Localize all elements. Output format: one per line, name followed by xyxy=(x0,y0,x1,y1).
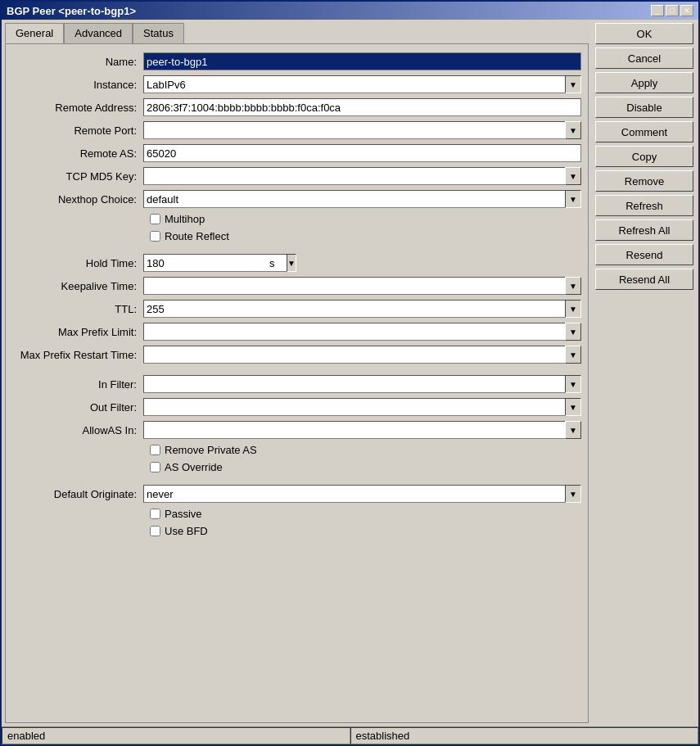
ok-button[interactable]: OK xyxy=(595,23,693,44)
tcp-md5-field: ▼ xyxy=(143,167,581,185)
remove-private-as-label: Remove Private AS xyxy=(165,444,257,456)
allowas-in-field: ▼ xyxy=(143,421,581,439)
content-area: General Advanced Status Name: Insta xyxy=(2,20,698,726)
as-override-checkbox[interactable] xyxy=(150,462,160,472)
tcp-md5-dropdown-btn[interactable]: ▼ xyxy=(565,167,581,185)
remove-button[interactable]: Remove xyxy=(595,170,693,192)
remove-private-as-checkbox[interactable] xyxy=(150,445,160,455)
resend-all-button[interactable]: Resend All xyxy=(595,269,693,290)
out-filter-dropdown-btn[interactable]: ▼ xyxy=(565,398,581,416)
hold-time-dropdown-btn[interactable]: ▼ xyxy=(287,254,296,272)
tcp-md5-input[interactable] xyxy=(143,167,565,185)
close-button[interactable]: ✕ xyxy=(680,5,693,16)
default-originate-field: ▼ xyxy=(143,485,581,503)
as-override-row: AS Override xyxy=(12,461,581,473)
allowas-in-input[interactable] xyxy=(143,421,565,439)
keepalive-input[interactable] xyxy=(143,277,565,295)
ttl-input[interactable] xyxy=(143,300,565,318)
instance-input[interactable] xyxy=(143,75,565,93)
tcp-md5-label: TCP MD5 Key: xyxy=(12,170,143,183)
instance-dropdown-btn[interactable]: ▼ xyxy=(565,75,581,93)
default-originate-input[interactable] xyxy=(143,485,565,503)
tab-status[interactable]: Status xyxy=(133,23,184,43)
remote-port-input[interactable] xyxy=(143,121,565,139)
out-filter-input[interactable] xyxy=(143,398,565,416)
max-prefix-restart-label: Max Prefix Restart Time: xyxy=(12,349,143,361)
nexthop-input[interactable] xyxy=(143,190,565,208)
remote-address-label: Remote Address: xyxy=(12,102,143,114)
resend-button[interactable]: Resend xyxy=(595,244,693,265)
remote-port-row: Remote Port: ▼ xyxy=(12,121,581,139)
remote-as-row: Remote AS: xyxy=(12,144,581,162)
comment-button[interactable]: Comment xyxy=(595,121,693,142)
instance-dropdown-icon: ▼ xyxy=(569,80,577,89)
minimize-button[interactable]: _ xyxy=(651,5,664,16)
hold-time-dropdown-icon: ▼ xyxy=(287,259,296,268)
nexthop-dropdown-icon: ▼ xyxy=(569,195,577,204)
remote-port-field: ▼ xyxy=(143,121,581,139)
max-prefix-restart-input[interactable] xyxy=(143,346,565,364)
nexthop-dropdown-btn[interactable]: ▼ xyxy=(565,190,581,208)
default-originate-row: Default Originate: ▼ xyxy=(12,485,581,503)
out-filter-label: Out Filter: xyxy=(12,401,143,414)
remote-address-input[interactable] xyxy=(143,98,581,116)
remote-as-input[interactable] xyxy=(143,144,581,162)
maximize-button[interactable]: □ xyxy=(666,5,679,16)
ttl-dropdown-btn[interactable]: ▼ xyxy=(565,300,581,318)
status-left: enabled xyxy=(2,727,350,744)
apply-button[interactable]: Apply xyxy=(595,72,693,93)
route-reflect-label: Route Reflect xyxy=(165,230,229,242)
title-bar: BGP Peer <peer-to-bgp1> _ □ ✕ xyxy=(2,2,698,20)
nexthop-label: Nexthop Choice: xyxy=(12,193,143,206)
tab-bar: General Advanced Status xyxy=(5,23,589,43)
max-prefix-restart-dropdown-btn[interactable]: ▼ xyxy=(565,346,581,364)
use-bfd-checkbox[interactable] xyxy=(150,526,160,536)
remote-port-dropdown-btn[interactable]: ▼ xyxy=(565,121,581,139)
hold-time-field: ▼ s xyxy=(143,254,581,272)
max-prefix-limit-input[interactable] xyxy=(143,323,565,341)
route-reflect-checkbox[interactable] xyxy=(150,231,160,242)
max-prefix-restart-row: Max Prefix Restart Time: ▼ xyxy=(12,346,581,364)
in-filter-input[interactable] xyxy=(143,375,565,393)
tab-advanced[interactable]: Advanced xyxy=(64,23,133,43)
in-filter-dropdown-btn[interactable]: ▼ xyxy=(565,375,581,393)
use-bfd-label: Use BFD xyxy=(165,525,208,537)
tcp-md5-dropdown-icon: ▼ xyxy=(569,172,577,181)
refresh-button[interactable]: Refresh xyxy=(595,195,693,216)
refresh-all-button[interactable]: Refresh All xyxy=(595,219,693,241)
hold-time-row: Hold Time: ▼ s xyxy=(12,254,581,272)
tab-general[interactable]: General xyxy=(5,23,64,43)
disable-button[interactable]: Disable xyxy=(595,97,693,118)
side-panel: OK Cancel Apply Disable Comment Copy Rem… xyxy=(592,20,698,726)
name-input[interactable] xyxy=(143,52,581,70)
passive-checkbox[interactable] xyxy=(150,509,160,519)
allowas-in-dropdown-icon: ▼ xyxy=(569,426,577,435)
ttl-label: TTL: xyxy=(12,303,143,315)
hold-time-suffix: s xyxy=(269,257,275,269)
separator-3 xyxy=(12,478,581,485)
max-prefix-limit-dropdown-icon: ▼ xyxy=(569,328,577,337)
tcp-md5-row: TCP MD5 Key: ▼ xyxy=(12,167,581,185)
separator-1 xyxy=(12,247,581,254)
keepalive-label: Keepalive Time: xyxy=(12,280,143,292)
name-row: Name: xyxy=(12,52,581,70)
nexthop-row: Nexthop Choice: ▼ xyxy=(12,190,581,208)
remove-private-as-row: Remove Private AS xyxy=(12,444,581,456)
default-originate-label: Default Originate: xyxy=(12,488,143,500)
in-filter-dropdown-icon: ▼ xyxy=(569,380,577,389)
copy-button[interactable]: Copy xyxy=(595,146,693,167)
in-filter-row: In Filter: ▼ xyxy=(12,375,581,393)
use-bfd-row: Use BFD xyxy=(12,525,581,537)
default-originate-dropdown-icon: ▼ xyxy=(569,490,577,499)
out-filter-dropdown-icon: ▼ xyxy=(569,403,577,412)
cancel-button[interactable]: Cancel xyxy=(595,47,693,69)
allowas-in-dropdown-btn[interactable]: ▼ xyxy=(565,421,581,439)
keepalive-dropdown-btn[interactable]: ▼ xyxy=(565,277,581,295)
default-originate-dropdown-btn[interactable]: ▼ xyxy=(565,485,581,503)
hold-time-input[interactable] xyxy=(143,254,287,272)
max-prefix-restart-dropdown-icon: ▼ xyxy=(569,350,577,359)
multihop-row: Multihop xyxy=(12,213,581,225)
close-icon: ✕ xyxy=(684,7,690,15)
multihop-checkbox[interactable] xyxy=(150,214,160,224)
max-prefix-limit-dropdown-btn[interactable]: ▼ xyxy=(565,323,581,341)
